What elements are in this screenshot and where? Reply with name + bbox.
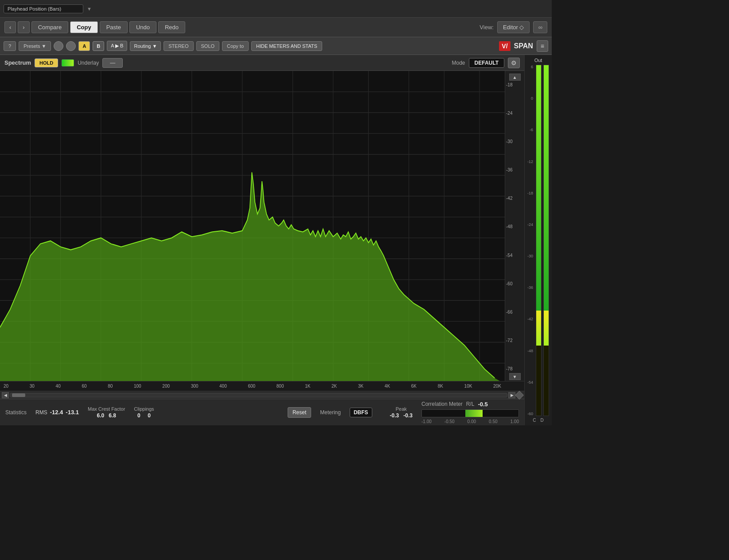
scroll-right[interactable]: ▶ <box>508 392 515 398</box>
correlation-bar <box>421 409 519 417</box>
db-label-54: -54 <box>506 253 512 258</box>
back-button[interactable]: ‹ <box>4 21 16 33</box>
db-label-78: -78 <box>506 366 512 371</box>
correlation-value: -0.5 <box>478 401 487 408</box>
freq-80: 80 <box>108 384 113 389</box>
db-label-48: -48 <box>506 224 512 229</box>
clippings-l: 0 <box>137 412 140 419</box>
db-label-60: -60 <box>506 281 512 286</box>
undo-button[interactable]: Undo <box>129 21 156 33</box>
vu-n6: -6 <box>527 128 533 132</box>
hold-button[interactable]: HOLD <box>35 58 58 67</box>
db-scroll-up[interactable]: ▲ <box>509 74 521 81</box>
routing-button[interactable]: Routing ▼ <box>130 41 161 51</box>
corr-label-n100: -1.00 <box>421 419 432 424</box>
peak-block: Peak -0.3 -0.3 <box>390 406 413 419</box>
clippings-vals: 0 0 <box>137 412 151 419</box>
rms-label: RMS <box>35 409 47 416</box>
hide-meters-button[interactable]: HIDE METERS AND STATS <box>251 41 322 51</box>
help-button[interactable]: ? <box>4 41 16 51</box>
db-labels: -18 -24 -30 -36 -42 -48 -54 -60 -66 -72 … <box>505 82 513 372</box>
correlation-header: Correlation Meter R/L -0.5 <box>421 401 519 408</box>
freq-4k: 4K <box>385 384 390 389</box>
scroll-thumb[interactable] <box>12 393 25 397</box>
vu-n42: -42 <box>527 317 533 321</box>
clippings-label: Clippings <box>134 406 154 412</box>
menu-button[interactable]: ≡ <box>537 40 548 52</box>
redo-button[interactable]: Redo <box>158 21 185 33</box>
paste-button[interactable]: Paste <box>100 21 128 33</box>
span-logo-icon: V/ <box>499 41 510 51</box>
db-label-24: -24 <box>506 111 512 116</box>
stereo-button[interactable]: STEREO <box>164 41 193 51</box>
gear-button[interactable]: ⚙ <box>508 58 520 68</box>
view-label: View: <box>480 24 494 31</box>
ab-arrow-button[interactable]: A ▶ B <box>107 41 127 51</box>
peak-l: -0.3 <box>390 412 399 419</box>
vu-bar-c <box>536 65 542 416</box>
copy-to-button[interactable]: Copy to <box>222 41 249 51</box>
editor-selector[interactable]: Editor ◇ <box>497 21 530 33</box>
presets-label: Presets <box>23 43 40 49</box>
statistics-label: Statistics <box>5 409 27 416</box>
corr-label-050: 0.50 <box>489 419 497 424</box>
vu-meters: 6 0 -6 -12 -18 -24 -30 -36 -42 -48 -54 -… <box>526 65 550 416</box>
spectrum-header: Spectrum HOLD Underlay — Mode DEFAULT ⚙ <box>0 55 524 71</box>
db-label-66: -66 <box>506 310 512 315</box>
ab-a-button[interactable]: A <box>78 41 90 51</box>
freq-400: 400 <box>219 384 227 389</box>
freq-40: 40 <box>56 384 61 389</box>
playhead-position[interactable]: Playhead Position (Bars) <box>4 4 83 13</box>
diamond-button[interactable] <box>515 391 524 400</box>
freq-8k: 8K <box>438 384 443 389</box>
compare-button[interactable]: Compare <box>31 21 68 33</box>
presets-button[interactable]: Presets ▼ <box>19 41 51 51</box>
vu-title: Out <box>534 58 542 63</box>
stats-bar: Statistics RMS -12.4 -13.1 Max Crest Fac… <box>0 399 524 425</box>
scroll-left[interactable]: ◀ <box>2 392 9 398</box>
rms-right: -13.1 <box>66 409 79 416</box>
vu-0: 0 <box>527 96 533 101</box>
db-scroll-down[interactable]: ▼ <box>509 373 521 380</box>
freq-300: 300 <box>191 384 199 389</box>
scrollbar-row: ◀ ▶ <box>0 391 524 399</box>
vu-label-d: D <box>541 418 544 423</box>
underlay-value[interactable]: — <box>102 58 123 68</box>
vu-6: 6 <box>527 65 533 69</box>
reset-button[interactable]: Reset <box>288 407 311 418</box>
mode-button[interactable]: DEFAULT <box>469 58 504 68</box>
circle-btn-2[interactable] <box>66 41 76 51</box>
freq-3k: 3K <box>358 384 363 389</box>
span-logo-text: SPAN <box>514 42 533 50</box>
top-bar: Playhead Position (Bars) ▼ <box>0 0 552 18</box>
freq-2k: 2K <box>331 384 337 389</box>
metering-label: Metering <box>320 409 341 416</box>
circle-btn-1[interactable] <box>54 41 63 51</box>
correlation-rl: R/L <box>466 401 475 407</box>
vu-n48: -48 <box>527 349 533 353</box>
correlation-section: Correlation Meter R/L -0.5 -1.00 -0.50 0… <box>421 401 519 424</box>
scroll-track[interactable] <box>10 393 507 397</box>
spectrum-canvas-wrapper: ▲ -18 -24 -30 -36 -42 -48 -54 -60 -66 -7… <box>0 71 524 381</box>
vu-bar-d <box>543 65 549 416</box>
routing-arrow: ▼ <box>152 43 157 49</box>
underlay-label: Underlay <box>78 60 99 66</box>
solo-button[interactable]: SOLO <box>196 41 220 51</box>
presets-arrow: ▼ <box>41 43 46 49</box>
clippings-r: 0 <box>148 412 151 419</box>
svg-marker-26 <box>0 172 505 381</box>
ab-b-button[interactable]: B <box>93 41 104 51</box>
vu-label-c: C <box>533 418 536 423</box>
vu-panel: Out 6 0 -6 -12 -18 -24 -30 -36 -42 -48 -… <box>524 55 552 425</box>
vu-n60: -60 <box>527 412 533 416</box>
dbfs-button[interactable]: DBFS <box>350 408 372 417</box>
forward-button[interactable]: › <box>18 21 29 33</box>
db-label-30: -30 <box>506 139 512 144</box>
freq-axis: 20 30 40 60 80 100 200 300 400 600 800 1… <box>0 381 524 391</box>
link-button[interactable]: ∞ <box>533 21 547 33</box>
copy-button[interactable]: Copy <box>70 21 98 33</box>
spectrum-grid <box>0 71 505 381</box>
freq-600: 600 <box>248 384 255 389</box>
toolbar: ‹ › Compare Copy Paste Undo Redo View: E… <box>0 18 552 37</box>
clippings-block: Clippings 0 0 <box>134 406 154 419</box>
